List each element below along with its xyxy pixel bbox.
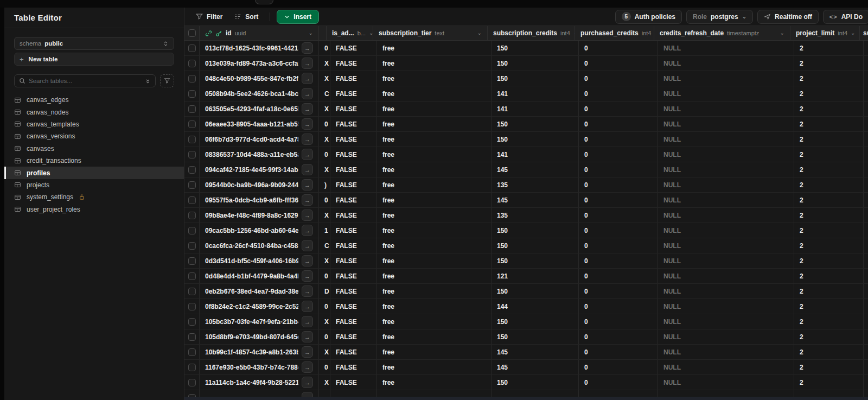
row-checkbox[interactable] [188, 303, 196, 310]
cell-project-limit[interactable]: 2 [794, 375, 864, 390]
expand-row-button[interactable]: → [302, 270, 313, 282]
column-menu-icon[interactable]: ⌄ [780, 30, 784, 36]
expand-row-button[interactable]: → [302, 225, 313, 236]
sidebar-item-projects[interactable]: projects [4, 179, 184, 191]
cell-subscription-credits[interactable]: 150 [492, 329, 579, 344]
cell-is-admin[interactable]: FALSE [330, 117, 377, 131]
cell-id[interactable]: 08386537-10d4-488a-a11e-eb5a6... → [200, 147, 319, 162]
cell-subscription-tier[interactable]: free [377, 101, 492, 116]
column-menu-icon[interactable]: ⌄ [369, 30, 373, 36]
cell-clipped-su[interactable]: NULL [864, 345, 868, 359]
cell-clipped-su[interactable]: NULL [864, 223, 868, 238]
cell-clipped-su[interactable]: NULL [864, 360, 868, 374]
cell-credits-refresh-date[interactable]: NULL [658, 162, 794, 177]
cell-subscription-credits[interactable]: 150 [492, 56, 579, 71]
expand-row-button[interactable]: → [302, 118, 313, 130]
row-checkbox[interactable] [188, 90, 196, 98]
sidebar-item-canvas_templates[interactable]: canvas_templates [4, 118, 184, 130]
sort-button[interactable]: Sort [229, 10, 263, 24]
column-header-clipped-su[interactable]: su [860, 26, 868, 40]
cell-is-admin[interactable]: FALSE [330, 71, 377, 86]
cell-project-limit[interactable]: 2 [794, 299, 864, 314]
cell-subscription-tier[interactable]: free [377, 360, 492, 374]
cell-id[interactable]: 09cac5bb-1256-46bd-ab60-64ed... → [200, 223, 319, 238]
sidebar-item-canvases[interactable]: canvases [4, 143, 184, 155]
cell-credits-refresh-date[interactable]: NULL [658, 71, 794, 86]
cell-project-limit[interactable]: 2 [794, 238, 864, 253]
cell-clipped-su[interactable]: NULL [864, 41, 868, 55]
cell-is-admin[interactable]: FALSE [330, 56, 377, 71]
column-menu-icon[interactable]: ⌄ [309, 30, 313, 36]
expand-row-button[interactable]: → [302, 134, 313, 145]
cell-subscription-tier[interactable]: free [377, 238, 492, 253]
cell-is-admin[interactable]: FALSE [330, 238, 377, 253]
cell-subscription-tier[interactable]: free [377, 314, 492, 329]
sidebar-item-canvas_edges[interactable]: canvas_edges [4, 94, 184, 106]
row-checkbox[interactable] [188, 379, 196, 386]
cell-clipped-su[interactable]: NULL [864, 314, 868, 329]
cell-clipped-su[interactable]: NULL [864, 117, 868, 131]
cell-clipped[interactable]: X [319, 375, 330, 390]
cell-credits-refresh-date[interactable]: NULL [658, 329, 794, 344]
cell-purchased-credits[interactable]: 0 [579, 177, 658, 192]
filter-tables-button[interactable] [160, 74, 174, 87]
cell-project-limit[interactable]: 2 [794, 117, 864, 131]
cell-subscription-tier[interactable]: free [377, 117, 492, 131]
cell-clipped[interactable]: 0 [319, 147, 330, 162]
cell-clipped[interactable]: 0 [319, 193, 330, 207]
expand-row-button[interactable]: → [302, 88, 313, 99]
cell-project-limit[interactable]: 2 [794, 101, 864, 116]
cell-clipped-su[interactable]: NULL [864, 329, 868, 344]
search-tables-box[interactable] [14, 74, 156, 87]
cell-subscription-credits[interactable]: 144 [492, 299, 579, 314]
expand-row-button[interactable]: → [302, 377, 313, 388]
cell-id[interactable]: 0d3d541d-bf5c-459f-a406-16b93... → [200, 253, 319, 268]
cell-clipped-su[interactable]: NULL [864, 162, 868, 177]
cell-project-limit[interactable]: 2 [794, 193, 864, 207]
cell-clipped-su[interactable]: NULL [864, 375, 868, 390]
cell-is-admin[interactable]: FALSE [330, 253, 377, 268]
cell-clipped[interactable]: 0 [319, 41, 330, 55]
cell-project-limit[interactable]: 2 [794, 314, 864, 329]
cell-credits-refresh-date[interactable]: NULL [658, 314, 794, 329]
sidebar-item-profiles[interactable]: profiles [4, 167, 184, 179]
cell-credits-refresh-date[interactable]: NULL [658, 360, 794, 374]
cell-credits-refresh-date[interactable]: NULL [658, 147, 794, 162]
search-tables-input[interactable] [29, 78, 142, 84]
cell-id[interactable]: 0cac6fca-26cf-4510-84ba-c4580... → [200, 238, 319, 253]
cell-id[interactable]: 09557f5a-0dcb-4cb9-a6fb-fff366... → [200, 193, 319, 207]
cell-id[interactable]: 105d8bf9-e703-49bd-807d-645e... → [200, 329, 319, 344]
cell-purchased-credits[interactable]: 0 [579, 223, 658, 238]
cell-id[interactable]: 094caf42-7185-4e45-99f3-14abee... → [200, 162, 319, 177]
cell-is-admin[interactable]: FALSE [330, 208, 377, 223]
auth-policies-button[interactable]: 5 Auth policies [615, 10, 682, 24]
cell-clipped[interactable]: 0 [319, 299, 330, 314]
cell-purchased-credits[interactable]: 0 [579, 314, 658, 329]
row-checkbox[interactable] [188, 136, 196, 143]
column-menu-icon[interactable]: ⌄ [851, 30, 855, 36]
cell-is-admin[interactable]: FALSE [330, 177, 377, 192]
cell-credits-refresh-date[interactable]: NULL [658, 269, 794, 283]
cell-credits-refresh-date[interactable]: NULL [658, 177, 794, 192]
sidebar-item-user_project_roles[interactable]: user_project_roles [4, 204, 184, 215]
cell-is-admin[interactable]: FALSE [330, 223, 377, 238]
cell-subscription-tier[interactable]: free [377, 329, 492, 344]
column-header-subscription-credits[interactable]: subscription_credits int4 ⌄ [488, 26, 575, 40]
cell-is-admin[interactable]: FALSE [330, 132, 377, 147]
cell-clipped-su[interactable]: NULL [864, 132, 868, 147]
cell-credits-refresh-date[interactable]: NULL [658, 117, 794, 131]
cell-purchased-credits[interactable]: 0 [579, 71, 658, 86]
cell-purchased-credits[interactable]: 0 [579, 162, 658, 177]
cell-purchased-credits[interactable]: 0 [579, 269, 658, 283]
expand-row-button[interactable]: → [302, 361, 313, 373]
cell-is-admin[interactable]: FALSE [330, 284, 377, 299]
new-table-button[interactable]: + New table [14, 53, 174, 66]
cell-subscription-tier[interactable]: free [377, 71, 492, 86]
cell-subscription-credits[interactable]: 145 [492, 345, 579, 359]
cell-project-limit[interactable]: 2 [794, 208, 864, 223]
cell-clipped[interactable]: X [319, 101, 330, 116]
cell-id[interactable]: 0d48e4d4-b1bf-4479-9a8b-4a4b... → [200, 269, 319, 283]
cell-project-limit[interactable]: 2 [794, 86, 864, 101]
cell-subscription-credits[interactable]: 145 [492, 162, 579, 177]
cell-subscription-tier[interactable]: free [377, 223, 492, 238]
